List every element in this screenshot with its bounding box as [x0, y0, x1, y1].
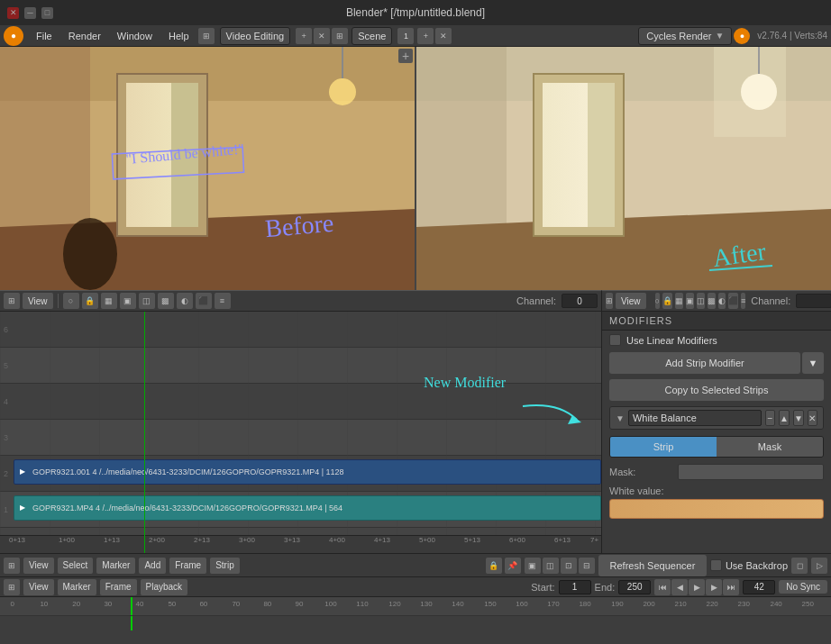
view-icon[interactable]: ⊞	[332, 28, 348, 44]
modifier-close-btn[interactable]: ✕	[808, 410, 817, 426]
menu-file[interactable]: File	[29, 29, 59, 43]
sequencer-timeline[interactable]: 6 5 4 3 2 1	[0, 312, 601, 553]
skip-end-btn[interactable]: ⏭	[723, 579, 739, 595]
playback-controls: Start: 1 End: 250 ⏮ ◀ ▶ ▶ ⏭ 42 No Sync	[531, 579, 827, 595]
add-modifier-button[interactable]: Add Strip Modifier	[609, 352, 800, 374]
render-engine-selector[interactable]: Cycles Render ▼	[638, 27, 732, 45]
grid-icon1[interactable]: ▦	[101, 293, 117, 309]
strip-btn[interactable]: Strip	[210, 558, 240, 574]
render-icon-r[interactable]: ◐	[718, 293, 726, 309]
skip-start-btn[interactable]: ⏮	[654, 579, 671, 595]
select-btn[interactable]: Select	[58, 558, 94, 574]
modifier-minus-btn[interactable]: −	[765, 410, 775, 426]
maximize-button[interactable]: □	[41, 7, 53, 19]
view-icon-3[interactable]: ⊡	[561, 558, 577, 574]
modifier-name-input[interactable]	[628, 410, 762, 426]
proxy-icon[interactable]: ⬛	[196, 293, 212, 309]
view-btn-bottom[interactable]: View	[23, 558, 54, 574]
minimize-button[interactable]: ─	[24, 7, 36, 19]
tl-marker-btn[interactable]: Marker	[58, 579, 96, 595]
ruler-7: 4+00	[329, 536, 345, 544]
end-frame-input[interactable]: 250	[618, 580, 651, 594]
blender-logo: ●	[4, 26, 23, 46]
backdrop-checkbox[interactable]	[710, 559, 722, 571]
marker-btn[interactable]: Marker	[96, 558, 135, 574]
tab-mask[interactable]: Mask	[717, 437, 823, 457]
tl-10: 10	[40, 600, 48, 608]
tl-50: 50	[168, 600, 176, 608]
lock-seq[interactable]: 🔒	[486, 558, 502, 574]
tl-playback-btn[interactable]: Playback	[141, 579, 188, 595]
lock-icon[interactable]: 🔒	[82, 293, 98, 309]
grid-icon-r3[interactable]: ◫	[697, 293, 705, 309]
view-icon-1[interactable]: ▣	[525, 558, 541, 574]
close-button[interactable]: ✕	[7, 7, 19, 19]
filter-icon-r[interactable]: ≡	[741, 293, 745, 309]
filter-icon[interactable]: ≡	[215, 293, 231, 309]
proxy-icon-r[interactable]: ⬛	[728, 293, 738, 309]
tl-240: 240	[770, 600, 781, 608]
add-btn[interactable]: Add	[139, 558, 166, 574]
view-menu-right[interactable]: View	[616, 293, 646, 309]
workspace-selector[interactable]: Video Editing	[220, 27, 291, 45]
channel-input-left[interactable]: 0	[562, 294, 598, 308]
backdrop-icon-1[interactable]: ◻	[791, 558, 808, 574]
close-scene-icon[interactable]: ✕	[435, 28, 452, 44]
tl-170: 170	[547, 600, 559, 608]
modifier-collapse-arrow[interactable]: ▼	[616, 413, 625, 423]
zoom-icon-r[interactable]: ○	[655, 293, 660, 309]
copy-strips-button[interactable]: Copy to Selected Strips	[609, 379, 824, 401]
menu-render[interactable]: Render	[61, 29, 108, 43]
sync-selector[interactable]: No Sync	[779, 580, 827, 594]
next-frame-btn[interactable]: ▶	[706, 579, 722, 595]
channel-input-right[interactable]	[796, 294, 831, 308]
tl-190: 190	[611, 600, 623, 608]
tl-view-btn[interactable]: View	[23, 579, 54, 595]
grid-icon3[interactable]: ◫	[139, 293, 155, 309]
frame-btn[interactable]: Frame	[169, 558, 206, 574]
grid-icon-r4[interactable]: ▩	[708, 293, 716, 309]
tab-strip[interactable]: Strip	[610, 437, 717, 457]
strip-label-2: GOPR9321.001 4 /../media/neo/6431-3233/D…	[32, 467, 344, 476]
close-workspace-icon[interactable]: ✕	[314, 28, 330, 44]
strip-arrow-2: ▶	[20, 467, 29, 476]
use-linear-checkbox[interactable]	[609, 334, 621, 346]
modifier-up-btn[interactable]: ▲	[779, 410, 790, 426]
grid-icon-r1[interactable]: ▦	[675, 293, 683, 309]
video-strip-2[interactable]: ▶ GOPR9321.001 4 /../media/neo/6431-3233…	[14, 459, 601, 485]
refresh-sequencer-btn[interactable]: Refresh Sequencer	[598, 555, 707, 576]
add-modifier-dropdown[interactable]: ▼	[802, 352, 824, 374]
bottom-ruler: 0+13 1+00 1+13 2+00 2+13 3+00 3+13 4+00 …	[0, 535, 601, 553]
play-btn[interactable]: ▶	[689, 579, 705, 595]
menu-window[interactable]: Window	[110, 29, 160, 43]
modifier-down-btn[interactable]: ▼	[793, 410, 804, 426]
grid-icon4[interactable]: ▩	[158, 293, 174, 309]
add-workspace-icon[interactable]: +	[296, 28, 312, 44]
scene-selector[interactable]: Scene	[352, 27, 392, 45]
current-frame-input[interactable]: 42	[743, 580, 775, 594]
mask-input[interactable]	[678, 464, 824, 480]
layout-icon[interactable]: ⊞	[198, 28, 215, 44]
white-value-swatch[interactable]	[609, 499, 824, 519]
ruler-13: 7+	[590, 536, 598, 544]
view-menu-left[interactable]: View	[23, 293, 53, 309]
tl-frame-btn[interactable]: Frame	[100, 579, 137, 595]
backdrop-icon-2[interactable]: ▷	[811, 558, 827, 574]
grid-icon-r2[interactable]: ▣	[686, 293, 694, 309]
video-strip-1[interactable]: ▶ GOPR9321.MP4 4 /../media/neo/6431-3233…	[14, 495, 601, 521]
preview-left-add[interactable]: +	[398, 49, 413, 63]
timeline-scrub[interactable]	[0, 615, 831, 630]
svg-point-24	[741, 74, 777, 110]
zoom-icon[interactable]: ○	[63, 293, 79, 309]
menu-help[interactable]: Help	[161, 29, 196, 43]
view-icon-2[interactable]: ◫	[543, 558, 559, 574]
start-frame-input[interactable]: 1	[559, 580, 591, 594]
lock-icon-r[interactable]: 🔒	[662, 293, 672, 309]
add-scene-icon[interactable]: +	[417, 28, 434, 44]
render-icon[interactable]: ◐	[177, 293, 193, 309]
pin-seq[interactable]: 📌	[505, 558, 521, 574]
tl-140: 140	[452, 600, 463, 608]
view-icon-4[interactable]: ⊟	[579, 558, 595, 574]
grid-icon2[interactable]: ▣	[120, 293, 136, 309]
prev-frame-btn[interactable]: ◀	[671, 579, 688, 595]
